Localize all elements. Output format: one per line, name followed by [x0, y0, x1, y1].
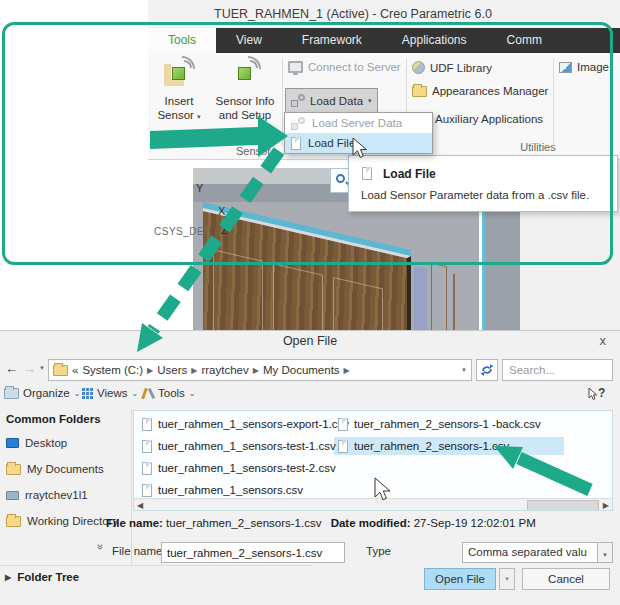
insert-sensor-button[interactable]: Insert Sensor ▾ — [150, 56, 208, 154]
insert-sensor-caret-icon: ▾ — [197, 113, 201, 120]
ribbon-separator — [282, 58, 283, 146]
appearances-manager-button[interactable]: Appearances Manager — [412, 85, 548, 97]
file-row[interactable]: tuer_rahmen_1_sensors.csv — [138, 481, 307, 499]
udf-library-button[interactable]: UDF Library — [412, 61, 492, 74]
load-data-button[interactable]: Load Data ▾ — [285, 88, 378, 113]
load-server-data-label: Load Server Data — [312, 117, 402, 129]
sidebar-item-label: My Documents — [27, 463, 104, 475]
image-button[interactable]: Image — [559, 61, 609, 73]
forward-button[interactable]: → — [23, 361, 36, 376]
views-label: Views — [97, 387, 127, 399]
sidebar-divider — [131, 409, 132, 565]
tooltip-body: Load Sensor Parameter data from a .csv f… — [361, 189, 589, 201]
breadcrumb-segment-system[interactable]: System (C:) — [82, 364, 143, 376]
tools-label: Tools — [158, 387, 185, 399]
csv-file-icon — [142, 462, 152, 475]
menu-item-load-server-data[interactable]: Load Server Data — [285, 113, 432, 133]
file-name: tuer_rahmen_1_sensors-test-2.csv — [158, 462, 336, 474]
connect-to-server-label: Connect to Server — [308, 61, 401, 73]
breadcrumb-separator-icon: ▶ — [344, 366, 350, 375]
connect-to-server-button[interactable]: Connect to Server — [288, 61, 401, 73]
collapse-chevron-icon[interactable]: « — [93, 544, 105, 550]
file-name: tuer_rahmen_1_sensors-export-1.csv — [158, 418, 349, 430]
sidebar-item-label: rraytchev1l1 — [25, 489, 88, 501]
type-select-dropdown-icon[interactable]: ▼ — [597, 542, 613, 563]
tab-framework[interactable]: Framework — [282, 28, 382, 53]
window-title: TUER_RAHMEN_1 (Active) - Creo Parametric… — [214, 7, 492, 21]
tab-community[interactable]: Comm — [487, 28, 562, 53]
ribbon-tab-bar: Tools View Framework Applications Comm — [148, 28, 620, 53]
sensor-info-button[interactable]: Sensor Info and Setup — [210, 56, 280, 154]
context-help-button[interactable]: ? — [588, 386, 605, 401]
scroll-right-icon[interactable]: ▶ — [603, 501, 609, 510]
sidebar-item-desktop[interactable]: Desktop — [6, 437, 67, 449]
appearances-manager-icon — [412, 86, 427, 97]
menu-item-load-file[interactable]: Load File — [285, 133, 432, 153]
help-mark: ? — [598, 386, 605, 400]
auxiliary-applications-label: Auxiliary Applications — [435, 113, 543, 125]
breadcrumb-prefix: « — [72, 364, 78, 376]
desktop-icon — [6, 438, 19, 448]
breadcrumb[interactable]: « System (C:) ▶ Users ▶ rraytchev ▶ My D… — [48, 359, 472, 381]
load-file-tooltip: Load File Load Sensor Parameter data fro… — [348, 155, 618, 212]
sidebar-item-label: Desktop — [25, 437, 67, 449]
refresh-icon — [480, 363, 494, 377]
tab-tools[interactable]: Tools — [148, 28, 216, 53]
breadcrumb-separator-icon: ▶ — [253, 366, 259, 375]
csys-label: CSYS_DEF — [154, 226, 211, 237]
chevron-down-icon: ⌄ — [189, 389, 196, 398]
type-select[interactable]: Comma separated valu — [462, 542, 598, 563]
history-dropdown-icon[interactable]: ▼ — [39, 365, 45, 371]
auxiliary-applications-button[interactable]: Auxiliary Applications — [435, 113, 543, 125]
type-label: Type — [366, 545, 391, 557]
load-data-caret-icon: ▾ — [368, 97, 372, 105]
sidebar-item-working-directory[interactable]: Working Directory — [6, 515, 118, 527]
file-row[interactable]: tuer_rahmen_1_sensors-test-2.csv — [138, 459, 340, 477]
axis-y-label: Y — [196, 182, 203, 194]
door-panel — [213, 249, 263, 330]
file-name-field-label: File name: — [112, 545, 166, 557]
search-input[interactable] — [502, 359, 613, 381]
file-row[interactable]: tuer_rahmen_2_sensors-1 -back.csv — [334, 415, 545, 433]
breadcrumb-segment-my-documents[interactable]: My Documents — [263, 364, 340, 376]
window-titlebar: TUER_RAHMEN_1 (Active) - Creo Parametric… — [148, 0, 620, 28]
working-directory-icon — [6, 516, 21, 527]
organize-menu-button[interactable]: Organize ⌄ — [4, 387, 80, 399]
tools-menu-button[interactable]: Tools ⌄ — [142, 387, 196, 399]
scroll-left-icon[interactable]: ◀ — [137, 501, 143, 510]
open-file-button[interactable]: Open File — [424, 568, 496, 590]
refresh-button[interactable] — [476, 359, 498, 381]
load-data-icon — [291, 94, 305, 107]
file-row[interactable]: tuer_rahmen_1_sensors-test-1.csv — [138, 437, 340, 455]
image-icon — [559, 62, 572, 73]
back-button[interactable]: ← — [5, 361, 18, 376]
folder-tree-label: Folder Tree — [17, 571, 79, 583]
file-name-input[interactable] — [161, 542, 345, 563]
cancel-button[interactable]: Cancel — [522, 568, 610, 590]
expand-arrow-icon: ▶ — [5, 573, 11, 582]
horizontal-scrollbar[interactable]: ◀ ▶ — [134, 498, 612, 511]
file-row-selected[interactable]: tuer_rahmen_2_sensors-1.csv — [334, 437, 564, 455]
close-icon[interactable]: x — [600, 333, 607, 348]
open-options-dropdown-icon[interactable]: ▼ — [499, 568, 515, 590]
breadcrumb-segment-users[interactable]: Users — [157, 364, 187, 376]
breadcrumb-segment-user[interactable]: rraytchev — [201, 364, 248, 376]
chevron-down-icon: ⌄ — [74, 389, 81, 398]
csv-file-icon — [142, 418, 152, 431]
folder-tree-toggle[interactable]: ▶ Folder Tree — [5, 571, 79, 583]
tab-view[interactable]: View — [216, 28, 282, 53]
sensor-info-label2: and Setup — [219, 109, 271, 121]
search-box — [502, 359, 613, 381]
sidebar-item-computer[interactable]: rraytchev1l1 — [6, 489, 88, 501]
file-row[interactable]: tuer_rahmen_1_sensors-export-1.csv — [138, 415, 353, 433]
tools-icon — [142, 387, 154, 399]
sidebar-item-my-documents[interactable]: My Documents — [6, 463, 104, 475]
file-name: tuer_rahmen_1_sensors-test-1.csv — [158, 440, 336, 452]
views-menu-button[interactable]: Views ⌄ — [82, 387, 138, 399]
breadcrumb-dropdown-icon[interactable]: ▼ — [461, 367, 467, 373]
appearances-manager-label: Appearances Manager — [432, 85, 548, 97]
chevron-down-icon: ⌄ — [131, 389, 138, 398]
scrollbar-thumb[interactable] — [527, 500, 599, 511]
udf-library-label: UDF Library — [430, 62, 492, 74]
tab-applications[interactable]: Applications — [382, 28, 487, 53]
